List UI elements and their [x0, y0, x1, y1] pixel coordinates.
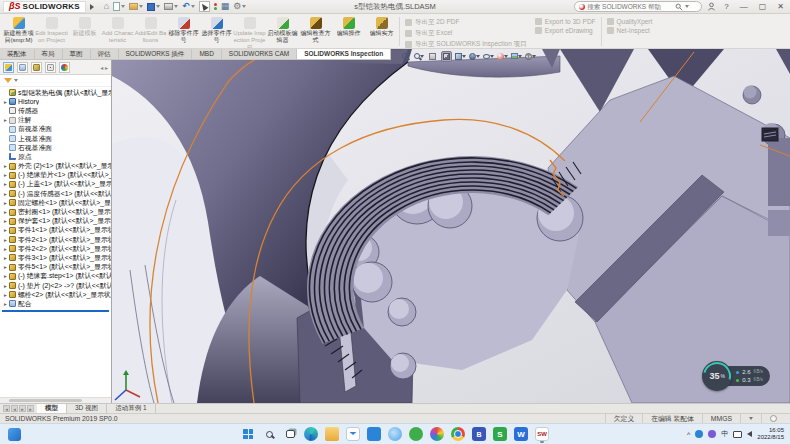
tree-item[interactable]: 原点	[0, 152, 111, 161]
touch-keyboard-icon[interactable]	[733, 431, 742, 438]
tree-item[interactable]: 右视基准面	[0, 143, 111, 152]
export-menu-item[interactable]: Export eDrawing	[535, 27, 596, 34]
expand-arrow-icon[interactable]: ▸	[2, 301, 9, 307]
ribbon-button[interactable]: 选择零件序号	[200, 15, 233, 48]
ribbon-button[interactable]: Add Characteristic	[101, 15, 134, 48]
login-user-icon[interactable]	[707, 2, 716, 11]
quality-menu-item[interactable]: Net-Inspect	[607, 27, 653, 34]
tree-item[interactable]: ▸ 零件2<1> (默认<<默认>_显示状	[0, 235, 111, 244]
zoom-fit-icon[interactable]	[399, 51, 410, 62]
status-item[interactable]: 在编辑 装配体	[642, 414, 702, 423]
ribbon-tab[interactable]: 装配体	[0, 49, 35, 59]
tab-dimxpert-manager[interactable]	[45, 62, 56, 73]
new-document-icon[interactable]	[113, 2, 125, 11]
ribbon-tab[interactable]: SOLIDWORKS CAM	[222, 49, 297, 59]
options-grid-icon[interactable]: ▦	[221, 2, 230, 11]
expand-arrow-icon[interactable]: ▸	[2, 172, 9, 178]
document-tab[interactable]: 模型	[37, 404, 67, 413]
graphics-viewport[interactable]: 35% 2.6KB/s 0.3KB/s	[112, 49, 790, 403]
search-input[interactable]	[587, 3, 673, 10]
help-search-box[interactable]	[574, 1, 702, 12]
solidworks-logo[interactable]: βS SOLIDWORKS	[3, 1, 86, 13]
volume-icon[interactable]	[747, 431, 752, 437]
undo-icon[interactable]: ↶	[182, 2, 195, 11]
tree-item[interactable]: ▸ History	[0, 97, 111, 106]
hide-items-icon[interactable]	[483, 51, 494, 62]
tree-item[interactable]: ▸ (-) 绝缘垫片<1> (默认<<默认>_显	[0, 171, 111, 180]
tab-display-manager[interactable]	[59, 62, 70, 73]
tab-configuration-manager[interactable]	[31, 62, 42, 73]
tree-item[interactable]: 传感器	[0, 106, 111, 115]
expand-arrow-icon[interactable]: ▸	[2, 246, 9, 252]
document-tab[interactable]: 运动算例 1	[107, 404, 155, 413]
ribbon-button[interactable]: 编辑检查方式	[299, 15, 332, 48]
tree-item[interactable]: ▸ (-) 温度传感器<1> (默认<<默认>_	[0, 189, 111, 198]
panel-tab-scroll-icons[interactable]: ◂ ▸	[100, 64, 108, 71]
rebuild-lights-icon[interactable]	[214, 3, 217, 10]
previous-view-icon[interactable]	[427, 51, 438, 62]
quality-menu-item[interactable]: QualityXpert	[607, 18, 653, 25]
task-view-icon[interactable]	[283, 427, 297, 441]
expand-arrow-icon[interactable]: ▸	[2, 273, 9, 279]
search-icon[interactable]	[675, 3, 683, 11]
close-button[interactable]: ✕	[774, 1, 787, 13]
ribbon-button[interactable]: Add/Edit Balloons	[134, 15, 167, 48]
tree-item[interactable]: ▸ 零件5<1> (默认<<默认>_显示状态	[0, 263, 111, 272]
reader-icon[interactable]: B	[472, 427, 486, 441]
ribbon-button[interactable]: 启动模板编辑器	[266, 15, 299, 48]
onedrive-icon[interactable]	[388, 427, 402, 441]
export-menu-item[interactable]: 导出至 Excel	[405, 29, 527, 38]
print-icon[interactable]	[164, 3, 178, 10]
tree-item[interactable]: ▸ 注解	[0, 116, 111, 125]
expand-arrow-icon[interactable]: ▸	[2, 117, 9, 123]
view-orientation-icon[interactable]	[455, 51, 466, 62]
save-icon[interactable]	[147, 3, 160, 11]
tree-item[interactable]: ▸ 密封圈<1> (默认<<默认>_显示状	[0, 207, 111, 216]
viewport-3d-model[interactable]	[112, 49, 790, 403]
ribbon-button[interactable]: Edit Inspection Project	[35, 15, 68, 48]
ribbon-tab[interactable]: SOLIDWORKS 插件	[119, 49, 193, 59]
minimize-button[interactable]: —	[737, 1, 751, 13]
onedrive-tray-icon[interactable]	[695, 430, 703, 438]
performance-overlay-badge[interactable]: 35% 2.6KB/s 0.3KB/s	[702, 361, 770, 391]
tree-item[interactable]: ▸ (-) 绝缘套.step<1> (默认<<默认>	[0, 272, 111, 281]
open-icon[interactable]	[129, 3, 143, 10]
status-item[interactable]: 欠定义	[605, 414, 642, 423]
menu-flyout-icon[interactable]	[90, 4, 94, 10]
ribbon-button[interactable]: 移除零件序号	[167, 15, 200, 48]
expand-arrow-icon[interactable]: ▸	[2, 181, 9, 187]
apply-scene-icon[interactable]	[511, 51, 522, 62]
ribbon-button[interactable]: 新建检查项目(smp:M)	[2, 15, 35, 48]
ribbon-tab[interactable]: 评估	[91, 49, 119, 59]
home-icon[interactable]: ⌂	[104, 2, 109, 11]
select-pointer-icon[interactable]	[199, 1, 210, 12]
ribbon-button[interactable]: 新建模板	[68, 15, 101, 48]
tree-item[interactable]: 上视基准面	[0, 134, 111, 143]
tree-item[interactable]: ▸ 外壳 (2)<1> (默认<<默认>_显示状	[0, 162, 111, 171]
file-explorer-icon[interactable]	[325, 427, 339, 441]
filter-funnel-icon[interactable]	[4, 78, 12, 83]
export-menu-item[interactable]: 导出至 2D PDF	[405, 18, 527, 27]
expand-arrow-icon[interactable]: ▸	[2, 191, 9, 197]
color-browser-icon[interactable]	[430, 427, 444, 441]
tree-item[interactable]: ▸ (-) 上盖<1> (默认<<默认>_显示状	[0, 180, 111, 189]
expand-arrow-icon[interactable]: ▸	[2, 264, 9, 270]
ribbon-button[interactable]: 编辑实方	[365, 15, 398, 48]
export-menu-item[interactable]: Export to 3D PDF	[535, 18, 596, 25]
ribbon-button[interactable]: 编辑操作	[332, 15, 365, 48]
filter-caret-icon[interactable]	[14, 79, 18, 82]
section-view-icon[interactable]	[441, 51, 452, 62]
wps-s-icon[interactable]: S	[493, 427, 507, 441]
view-settings-icon[interactable]	[525, 51, 536, 62]
tree-item[interactable]: ▸ 保护套<1> (默认<<默认>_显示状	[0, 217, 111, 226]
search-options-caret[interactable]	[685, 5, 689, 8]
start-icon[interactable]	[241, 427, 255, 441]
document-tab[interactable]: 3D 视图	[67, 404, 107, 413]
tab-feature-manager[interactable]	[3, 62, 14, 73]
rollback-bar[interactable]	[2, 310, 109, 312]
tree-item[interactable]: 前视基准面	[0, 125, 111, 134]
widgets-icon[interactable]	[8, 428, 21, 441]
ribbon-tab[interactable]: 布局	[35, 49, 63, 59]
solidworks-icon[interactable]: SW	[535, 427, 549, 441]
zoom-area-icon[interactable]	[413, 51, 424, 62]
